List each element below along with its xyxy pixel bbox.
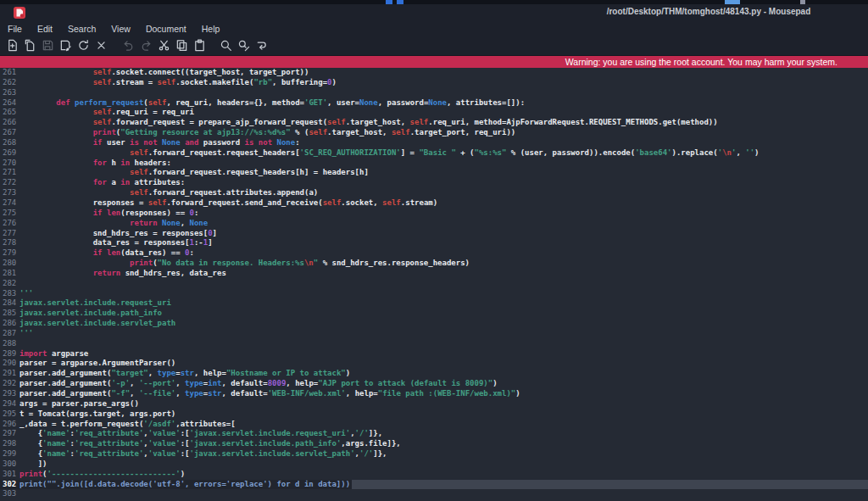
code-text: self.forward_request = prepare_ajp_forwa… <box>18 118 718 128</box>
code-line[interactable]: 291parser.add_argument("target", type=st… <box>0 369 868 379</box>
line-number: 263 <box>0 88 18 98</box>
code-line[interactable]: 263 <box>0 88 868 98</box>
line-number: 303 <box>0 489 18 499</box>
close-document-icon[interactable] <box>95 39 108 53</box>
code-text: self.forward_request.attributes.append(a… <box>18 188 318 198</box>
code-line[interactable]: 270 for h in headers: <box>0 159 868 169</box>
line-number: 298 <box>0 439 18 449</box>
code-line[interactable]: 292parser.add_argument('-p', '--port', t… <box>0 379 868 389</box>
find-icon[interactable] <box>220 39 233 53</box>
code-line[interactable]: 302print("".join([d.data.decode('utf-8',… <box>0 480 868 490</box>
find-replace-icon[interactable] <box>237 39 251 53</box>
code-editor[interactable]: 261 self.socket.connect((target_host, ta… <box>0 68 868 500</box>
code-line[interactable]: 272 for a in attributes: <box>0 178 868 188</box>
code-text: return snd_hdrs_res, data_res <box>18 269 226 279</box>
code-line[interactable]: 285javax.servlet.include.path_info <box>0 309 868 319</box>
line-number: 282 <box>0 279 18 289</box>
line-number: 279 <box>0 248 18 259</box>
code-line[interactable]: 268 if user is not None and password is … <box>0 138 868 148</box>
code-line[interactable]: 274 responses = self.forward_request.sen… <box>0 198 868 209</box>
menu-file[interactable]: File <box>0 24 30 34</box>
code-line[interactable]: 280 print("No data in response. Headers:… <box>0 259 868 269</box>
code-line[interactable]: 265 self.req_uri = req_uri <box>0 108 868 118</box>
code-line[interactable]: 278 data_res = responses[1:-1] <box>0 238 868 248</box>
code-text: self.forward_request.request_headers['SC… <box>18 148 760 159</box>
go-to-line-icon[interactable] <box>255 39 269 53</box>
mousepad-app-icon <box>13 6 26 19</box>
code-line[interactable]: 266 self.forward_request = prepare_ajp_f… <box>0 118 868 128</box>
code-line[interactable]: 281 return snd_hdrs_res, data_res <box>0 269 868 279</box>
code-text: if len(responses) == 0: <box>18 209 198 219</box>
code-text <box>18 88 19 98</box>
menu-view[interactable]: View <box>103 24 138 34</box>
reload-icon[interactable] <box>77 39 91 53</box>
line-number: 283 <box>0 289 18 299</box>
code-text <box>18 339 19 349</box>
code-line[interactable]: 279 if len(data_res) == 0: <box>0 248 868 259</box>
menu-search[interactable]: Search <box>60 24 103 34</box>
open-document-icon[interactable] <box>24 39 37 53</box>
code-line[interactable]: 299 {'name':'req_attribute','value':['ja… <box>0 449 868 459</box>
code-line[interactable]: 290parser = argparse.ArgumentParser() <box>0 359 868 369</box>
code-line[interactable]: 301print('---------------------------') <box>0 470 868 480</box>
code-line[interactable]: 271 self.forward_request.request_headers… <box>0 168 868 178</box>
code-line[interactable]: 287''' <box>0 329 868 339</box>
new-document-icon[interactable] <box>6 39 19 53</box>
code-text: {'name':'req_attribute','value':['javax.… <box>18 429 382 439</box>
code-line[interactable]: 300 ]) <box>0 459 868 470</box>
code-text: {'name':'req_attribute','value':['javax.… <box>18 449 387 459</box>
code-line[interactable]: 283''' <box>0 289 868 299</box>
code-line[interactable]: 261 self.socket.connect((target_host, ta… <box>0 68 868 78</box>
line-number: 269 <box>0 148 18 159</box>
undo-icon[interactable] <box>121 39 135 53</box>
code-line[interactable]: 286javax.servlet.include.servlet_path <box>0 319 868 329</box>
code-text: data_res = responses[1:-1] <box>18 238 213 248</box>
code-text: _,data = t.perform_request('/asdf',attri… <box>18 420 236 430</box>
code-line[interactable]: 297 {'name':'req_attribute','value':['ja… <box>0 429 868 439</box>
menu-edit[interactable]: Edit <box>30 24 60 34</box>
code-text: snd_hdrs_res = responses[0] <box>18 229 217 239</box>
code-text: for h in headers: <box>18 159 171 169</box>
code-text: responses = self.forward_request.send_an… <box>18 198 437 209</box>
code-text: javax.servlet.include.servlet_path <box>18 319 175 329</box>
code-line[interactable]: 273 self.forward_request.attributes.appe… <box>0 188 868 198</box>
code-line[interactable]: 277 snd_hdrs_res = responses[0] <box>0 229 868 239</box>
code-text: if user is not None and password is not … <box>18 138 300 148</box>
code-text: return None, None <box>18 219 208 229</box>
code-text: print('---------------------------') <box>18 470 185 480</box>
toolbar <box>0 36 868 56</box>
code-line[interactable]: 264 def perform_request(self, req_uri, h… <box>0 98 868 109</box>
code-text <box>18 489 19 499</box>
code-line[interactable]: 284javax.servlet.include.request_uri <box>0 298 868 309</box>
code-line[interactable]: 296_,data = t.perform_request('/asdf',at… <box>0 420 868 430</box>
code-line[interactable]: 276 return None, None <box>0 219 868 229</box>
code-line[interactable]: 275 if len(responses) == 0: <box>0 209 868 219</box>
code-line[interactable]: 294args = parser.parse_args() <box>0 399 868 409</box>
menu-help[interactable]: Help <box>194 24 228 34</box>
code-line[interactable]: 267 print("Getting resource at ajp13://%… <box>0 128 868 138</box>
save-icon[interactable] <box>42 39 55 53</box>
line-number: 294 <box>0 399 18 409</box>
line-number: 270 <box>0 159 18 169</box>
cut-icon[interactable] <box>157 39 170 53</box>
code-text: javax.servlet.include.path_info <box>18 309 162 319</box>
code-text: print("No data in response. Headers:%s\n… <box>18 259 470 269</box>
code-line[interactable]: 303 <box>0 489 868 499</box>
code-text: if len(data_res) == 0: <box>18 248 194 259</box>
code-text: ''' <box>18 289 33 299</box>
code-line[interactable]: 293parser.add_argument("-f", '--file', t… <box>0 389 868 399</box>
code-line[interactable]: 282 <box>0 279 868 289</box>
copy-icon[interactable] <box>175 39 188 53</box>
paste-icon[interactable] <box>192 39 206 53</box>
code-line[interactable]: 298 {'name':'req_attribute','value':['ja… <box>0 439 868 449</box>
menu-document[interactable]: Document <box>138 24 194 34</box>
code-line[interactable]: 289import argparse <box>0 349 868 359</box>
code-line[interactable]: 262 self.stream = self.socket.makefile("… <box>0 78 868 88</box>
line-number: 302 <box>0 480 18 490</box>
line-number: 277 <box>0 229 18 239</box>
code-line[interactable]: 288 <box>0 339 868 349</box>
code-line[interactable]: 295t = Tomcat(args.target, args.port) <box>0 409 868 420</box>
code-line[interactable]: 269 self.forward_request.request_headers… <box>0 148 868 159</box>
redo-icon[interactable] <box>139 39 153 53</box>
save-as-icon[interactable] <box>59 39 73 53</box>
